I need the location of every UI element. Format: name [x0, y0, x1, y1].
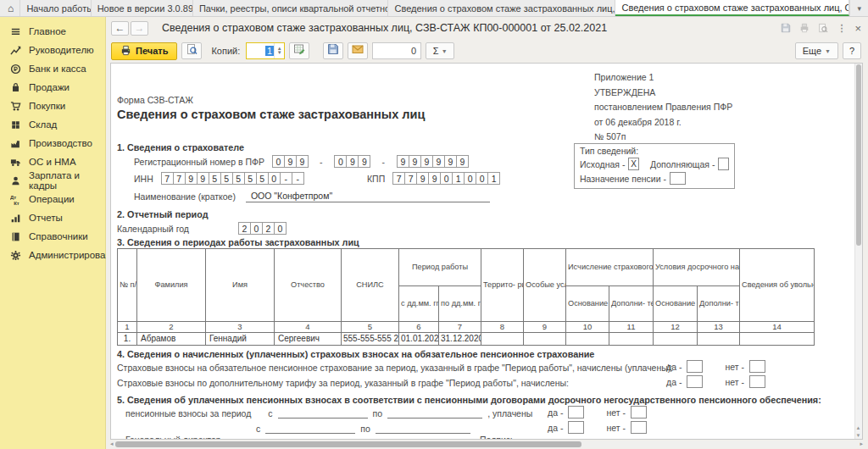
print-icon[interactable] [799, 23, 810, 33]
reg-number-cells: 099 [272, 155, 308, 168]
tab-home[interactable]: ⌂ [0, 0, 20, 16]
pension-period-label: пенсионные взносы за период [125, 408, 251, 419]
send-email-button[interactable] [348, 42, 368, 59]
digit-cell: 7 [404, 172, 417, 185]
year-cells: 2020 [238, 222, 286, 235]
digit-cell: 0 [440, 172, 453, 185]
tab-label: Пачки, реестры, описи квартальной отчетн… [199, 3, 389, 14]
vertical-scrollbar-thumb[interactable] [856, 64, 861, 246]
copies-stepper[interactable]: 1 ▲ ▼ [246, 42, 285, 59]
more-button[interactable]: Еще ▼ [795, 42, 838, 59]
sidebar-item-label: Операции [29, 194, 75, 204]
to-label: по [373, 408, 383, 419]
stepper-arrows[interactable]: ▲ ▼ [274, 43, 284, 58]
tab-szv-document[interactable]: Сведения о страховом стаже застрахованны… [388, 0, 615, 16]
print-preview-button[interactable] [181, 42, 202, 59]
horizontal-scrollbar-thumb[interactable] [115, 441, 581, 447]
name-row: Наименование (краткое) ООО "Конфетпром" [134, 191, 490, 202]
digit-cell: 5 [232, 172, 245, 185]
scroll-left-icon[interactable]: ◂ [110, 441, 114, 447]
tab-szv-print-form[interactable]: Сведения о страховом стаже застрахованны… [615, 0, 849, 16]
table-cell: 11 [609, 322, 654, 333]
digit-cell: 9 [397, 155, 409, 168]
preview-icon[interactable] [818, 23, 828, 33]
table-cell [566, 333, 609, 346]
tab-start[interactable]: Начало работы × [20, 0, 91, 16]
sum-button[interactable]: Σ ▼ [426, 42, 454, 59]
scroll-up-icon[interactable]: ▲ [854, 425, 862, 430]
table-cell: 9 [524, 322, 566, 333]
sidebar-item-operations[interactable]: ДтКт Операции [0, 190, 105, 208]
yes-checkbox [568, 421, 584, 434]
table-cell: 14 [740, 322, 815, 333]
chart-icon [9, 212, 21, 224]
digit-cell: 9 [409, 155, 421, 168]
tab-pfr-packs[interactable]: Пачки, реестры, описи квартальной отчетн… [193, 0, 389, 16]
sidebar-item-manager[interactable]: Руководителю [0, 41, 105, 59]
supplement-checkbox [718, 158, 729, 170]
tab-whats-new[interactable]: Новое в версии 3.0.89.43 × [92, 0, 193, 16]
sidebar-item-administration[interactable]: Администрирование [0, 246, 105, 264]
sidebar-item-catalogs[interactable]: Справочники [0, 227, 105, 246]
approval-line: от 06 декабря 2018 г. [594, 115, 732, 130]
scroll-down-icon[interactable]: ▼ [854, 433, 862, 438]
reg-number-cells: 999999 [397, 155, 468, 168]
save-icon[interactable] [781, 23, 791, 33]
open-spreadsheet-button[interactable] [289, 42, 309, 59]
forward-button[interactable]: → [131, 21, 148, 36]
digit-cell: 0 [476, 172, 488, 185]
info-type-box: Тип сведений: Исходная - X Дополняющая -… [574, 143, 735, 189]
section4-line1: Страховые взносы на обязательное пенсион… [117, 363, 673, 373]
col-header: Основание (код) [566, 286, 609, 322]
sidebar-item-warehouse[interactable]: Склад [0, 115, 105, 134]
yes-checkbox [687, 360, 703, 373]
print-button[interactable]: Печать [111, 42, 177, 60]
factory-icon [9, 137, 21, 149]
supplement-label: Дополняющая - [650, 159, 715, 169]
sidebar-item-payroll-hr[interactable]: Зарплата и кадры [0, 171, 105, 190]
year-row: Календарный год 2020 [117, 222, 286, 235]
tab-bar: ⌂ Начало работы × Новое в версии 3.0.89.… [0, 0, 868, 17]
vertical-scrollbar[interactable]: ▲ ▼ [854, 64, 862, 439]
yes-label: да - [548, 423, 563, 433]
sidebar-item-main[interactable]: Главное [0, 22, 105, 41]
help-button-label: ? [849, 46, 854, 56]
more-dots-icon[interactable]: ⋮ [837, 23, 846, 34]
digit-cell: 9 [444, 155, 457, 168]
inn-row: ИНН 7799555550-- [134, 172, 303, 185]
sidebar-item-bank-cash[interactable]: Банк и касса [0, 59, 105, 78]
scroll-right-icon[interactable]: ▸ [860, 441, 863, 447]
copies-label: Копий: [211, 46, 240, 56]
horizontal-scrollbar[interactable]: ◂ ▸ [110, 441, 863, 448]
trend-icon [9, 44, 21, 56]
no-label: нет - [606, 407, 626, 418]
sidebar-item-label: Справочники [29, 231, 88, 241]
tab-label: Начало работы [26, 3, 91, 14]
sidebar: Главное Руководителю Банк и касса Продаж… [0, 17, 106, 449]
sidebar-item-sales[interactable]: Продажи [0, 78, 105, 97]
back-icon: ← [115, 22, 125, 34]
tab-list-dropdown[interactable]: ▾ [849, 0, 868, 16]
sidebar-item-purchases[interactable]: Покупки [0, 97, 105, 115]
sidebar-item-reports[interactable]: Отчеты [0, 208, 105, 227]
sidebar-item-label: Продажи [29, 82, 70, 92]
close-form-icon[interactable]: × [854, 22, 861, 35]
col-header: Сведения об увольнении застрахованного л… [740, 249, 815, 322]
spin-down-icon[interactable]: ▼ [277, 51, 282, 55]
help-button[interactable]: ? [843, 42, 861, 59]
person-icon [9, 175, 21, 186]
table-cell: 3 [206, 322, 275, 333]
digit-cell: 1 [452, 172, 465, 185]
sidebar-item-fixed-assets[interactable]: ОС и НМА [0, 152, 105, 171]
counter-field[interactable]: 0 [372, 42, 421, 59]
digit-cell: 9 [296, 155, 309, 168]
back-button[interactable]: ← [111, 21, 129, 36]
table-cell: Абрамов [137, 333, 206, 346]
sidebar-item-production[interactable]: Производство [0, 134, 105, 152]
table-cell: 12 [654, 322, 698, 333]
digit-cell: 7 [392, 172, 405, 185]
section1-heading: 1. Сведения о страхователе [117, 142, 244, 152]
save-button[interactable] [323, 42, 343, 59]
digit-cell: - [280, 172, 292, 185]
sidebar-item-label: Склад [29, 119, 57, 130]
